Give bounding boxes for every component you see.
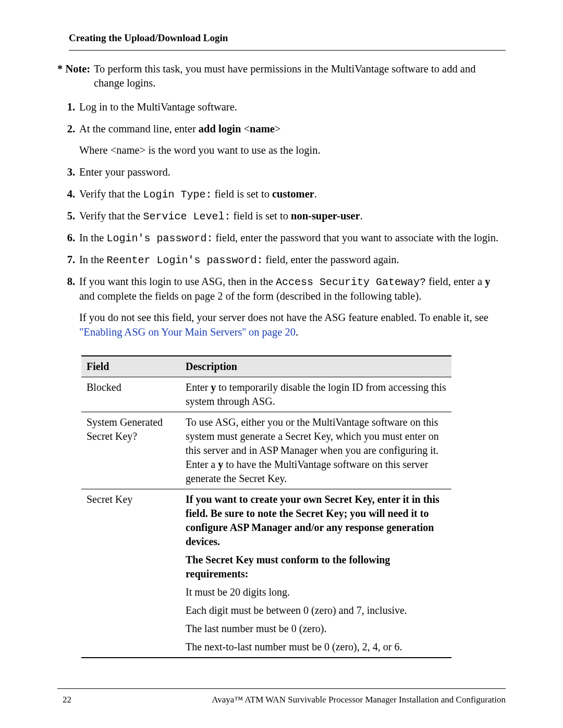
text: If you want to create your own Secret Ke… xyxy=(186,492,446,549)
arg: <name> xyxy=(243,123,280,134)
cell-description: To use ASG, either you or the MultiVanta… xyxy=(180,412,451,489)
text: field is set to xyxy=(230,210,291,221)
step-number: 5. xyxy=(57,209,79,224)
footer-title: Avaya™ ATM WAN Survivable Processor Mana… xyxy=(71,694,506,706)
cell-description: If you want to create your own Secret Ke… xyxy=(180,489,451,658)
text: The last number must be 0 (zero). xyxy=(186,622,446,636)
text: to temporarily disable the login ID from… xyxy=(186,381,446,407)
page-footer: 22 Avaya™ ATM WAN Survivable Processor M… xyxy=(57,688,506,706)
page-number: 22 xyxy=(57,694,71,706)
step-number: 3. xyxy=(57,165,79,180)
value: non-super-user xyxy=(291,210,360,221)
step-number: 4. xyxy=(57,187,79,202)
field-name: Service Level: xyxy=(143,211,230,223)
step-2: 2. At the command line, enter add login … xyxy=(57,122,506,158)
text: It must be 20 digits long. xyxy=(186,585,446,599)
col-field: Field xyxy=(81,356,180,377)
note-label: * Note: xyxy=(57,62,94,91)
text: The Secret Key must conform to the follo… xyxy=(186,553,446,581)
value: customer xyxy=(272,188,314,200)
text: Verify that the xyxy=(79,210,143,221)
step-1: 1. Log in to the MultiVantage software. xyxy=(57,100,506,115)
step-number: 1. xyxy=(57,100,79,115)
text: field, enter the password again. xyxy=(263,254,399,265)
cross-reference-link[interactable]: "Enabling ASG on Your Main Servers'' on … xyxy=(79,326,296,338)
text: and complete the fields on page 2 of the… xyxy=(79,290,421,302)
text: Enter xyxy=(186,381,211,393)
field-table: Field Description Blocked Enter y to tem… xyxy=(81,355,451,658)
text: In the xyxy=(79,232,106,243)
step-8: 8. If you want this login to use ASG, th… xyxy=(57,275,506,340)
command: add login xyxy=(199,123,241,134)
page-header: Creating the Upload/Download Login xyxy=(69,31,506,51)
cell-field: Secret Key xyxy=(81,489,180,658)
step-text: Log in to the MultiVantage software. xyxy=(79,100,506,115)
step-subtext: Where <name> is the word you want to use… xyxy=(79,143,506,158)
step-number: 7. xyxy=(57,253,79,267)
step-number: 2. xyxy=(57,122,79,158)
step-6: 6. In the Login's password: field, enter… xyxy=(57,231,506,245)
step-text: In the Reenter Login's password: field, … xyxy=(79,253,506,267)
step-number: 8. xyxy=(57,275,79,340)
step-5: 5. Verify that the Service Level: field … xyxy=(57,209,506,224)
text: Each digit must be between 0 (zero) and … xyxy=(186,603,446,618)
cell-description: Enter y to temporarily disable the login… xyxy=(180,377,451,412)
step-text: Verify that the Login Type: field is set… xyxy=(79,187,506,202)
step-4: 4. Verify that the Login Type: field is … xyxy=(57,187,506,202)
page: Creating the Upload/Download Login * Not… xyxy=(0,0,563,728)
field-name: Login Type: xyxy=(143,189,212,201)
value: y xyxy=(211,381,216,393)
step-text: Verify that the Service Level: field is … xyxy=(79,209,506,224)
step-subtext: If you do not see this field, your serve… xyxy=(79,311,506,339)
step-text: Enter your password. xyxy=(79,165,506,180)
step-text: In the Login's password: field, enter th… xyxy=(79,231,506,245)
field-name: Login's password: xyxy=(106,232,213,244)
step-number: 6. xyxy=(57,231,79,245)
cell-field: Blocked xyxy=(81,377,180,412)
field-name: Access Security Gateway? xyxy=(276,276,426,288)
step-text: If you want this login to use ASG, then … xyxy=(79,275,506,340)
value: y xyxy=(485,276,490,287)
text: At the command line, enter xyxy=(79,123,199,134)
text: The next-to-last number must be 0 (zero)… xyxy=(186,640,446,654)
field-name: Reenter Login's password: xyxy=(106,254,263,266)
text: If you want this login to use ASG, then … xyxy=(79,276,276,287)
table-row: Blocked Enter y to temporarily disable t… xyxy=(81,377,451,412)
text: Verify that the xyxy=(79,188,143,200)
text: field, enter a xyxy=(426,276,485,287)
table-row: Secret Key If you want to create your ow… xyxy=(81,489,451,658)
step-3: 3. Enter your password. xyxy=(57,165,506,180)
step-7: 7. In the Reenter Login's password: fiel… xyxy=(57,253,506,267)
table-row: System Generated Secret Key? To use ASG,… xyxy=(81,412,451,489)
col-description: Description xyxy=(180,356,451,377)
text: . xyxy=(296,326,298,338)
text: . xyxy=(360,210,363,221)
value: y xyxy=(218,459,223,470)
note: * Note: To perform this task, you must h… xyxy=(57,62,506,91)
table-header-row: Field Description xyxy=(81,356,451,377)
text: If you do not see this field, your serve… xyxy=(79,312,488,323)
text: field is set to xyxy=(212,188,272,200)
cell-field: System Generated Secret Key? xyxy=(81,412,180,489)
text: field, enter the password that you want … xyxy=(213,232,498,243)
step-text: At the command line, enter add login <na… xyxy=(79,122,506,158)
text: In the xyxy=(79,254,106,265)
arg-name: name xyxy=(250,123,275,134)
text: . xyxy=(314,188,317,200)
note-body: To perform this task, you must have perm… xyxy=(94,62,506,91)
step-list: 1. Log in to the MultiVantage software. … xyxy=(57,100,506,340)
